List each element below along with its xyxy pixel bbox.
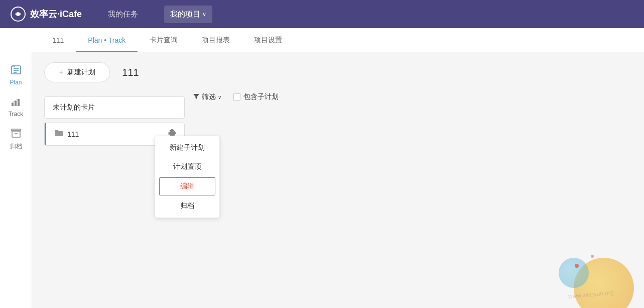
sidebar-plan-label: Plan (10, 79, 22, 86)
unplanned-cards-section: 未计划的卡片 (44, 96, 185, 119)
logo-icon (10, 6, 26, 22)
svg-rect-7 (15, 101, 17, 106)
menu-item-edit[interactable]: 编辑 (159, 177, 215, 195)
plan-item-name: 111 (67, 130, 164, 138)
plan-item-folder-icon (54, 129, 63, 139)
tab-project-settings[interactable]: 项目设置 (242, 28, 294, 52)
logo-text: 效率云·iCafe (30, 8, 82, 20)
logo: 效率云·iCafe (10, 6, 82, 22)
my-projects-nav[interactable]: 我的项目 ∨ (164, 6, 212, 23)
new-plan-label: 新建计划 (67, 68, 95, 77)
filter-dropdown-icon: ∨ (218, 94, 221, 100)
unplanned-label: 未计划的卡片 (53, 103, 95, 111)
filter-button[interactable]: 筛选 ∨ (193, 92, 221, 101)
filter-row: 筛选 ∨ 包含子计划 (193, 92, 279, 101)
sidebar-archive-label: 归档 (10, 142, 22, 151)
filter-icon (193, 93, 200, 101)
tab-plan-track[interactable]: Plan • Track (76, 28, 138, 52)
svg-rect-8 (18, 99, 20, 106)
my-tasks-nav[interactable]: 我的任务 (102, 6, 144, 23)
tab-111[interactable]: 111 (40, 28, 76, 52)
svg-rect-10 (12, 129, 21, 131)
include-sub-checkbox[interactable] (233, 93, 240, 100)
plan-context-menu: 新建子计划 计划置顶 编辑 归档 (155, 136, 220, 218)
track-icon (11, 96, 22, 109)
content-area: + 新建计划 111 未计划的卡片 筛选 ∨ 包含子计划 (32, 52, 644, 308)
new-plan-button[interactable]: + 新建计划 (44, 62, 110, 82)
dropdown-chevron-icon: ∨ (202, 11, 206, 18)
decorative-circle-small (559, 258, 589, 288)
tab-project-report[interactable]: 项目报表 (190, 28, 242, 52)
menu-item-new-sub-plan[interactable]: 新建子计划 (155, 138, 219, 157)
top-navigation: 效率云·iCafe 我的任务 我的项目 ∨ (0, 0, 644, 28)
top-row: + 新建计划 111 (44, 62, 632, 90)
plan-title: 111 (122, 67, 139, 78)
svg-point-1 (17, 13, 20, 16)
sidebar-item-plan[interactable]: Plan (2, 60, 30, 90)
secondary-tabs-bar: 111 Plan • Track 卡片查询 项目报表 项目设置 (0, 28, 644, 52)
watermark: www.wooyun.org (568, 289, 614, 300)
svg-rect-6 (12, 103, 14, 106)
tab-card-query[interactable]: 卡片查询 (138, 28, 190, 52)
left-sidebar: Plan Track 归档 (0, 52, 32, 308)
include-sub-label: 包含子计划 (243, 92, 279, 101)
sidebar-item-track[interactable]: Track (2, 92, 30, 122)
menu-item-pin-plan[interactable]: 计划置顶 (155, 157, 219, 176)
plan-icon (11, 64, 22, 77)
main-layout: Plan Track 归档 (0, 52, 644, 308)
sidebar-item-archive[interactable]: 归档 (2, 124, 30, 155)
plus-icon: + (59, 68, 63, 77)
decorative-dot2 (591, 255, 594, 258)
sidebar-track-label: Track (9, 111, 24, 118)
archive-icon (11, 128, 22, 140)
decorative-dot (575, 264, 579, 268)
decorative-circle (574, 258, 634, 308)
filter-label: 筛选 (202, 92, 216, 101)
menu-item-archive[interactable]: 归档 (155, 196, 219, 216)
include-sub-plan[interactable]: 包含子计划 (233, 92, 279, 101)
